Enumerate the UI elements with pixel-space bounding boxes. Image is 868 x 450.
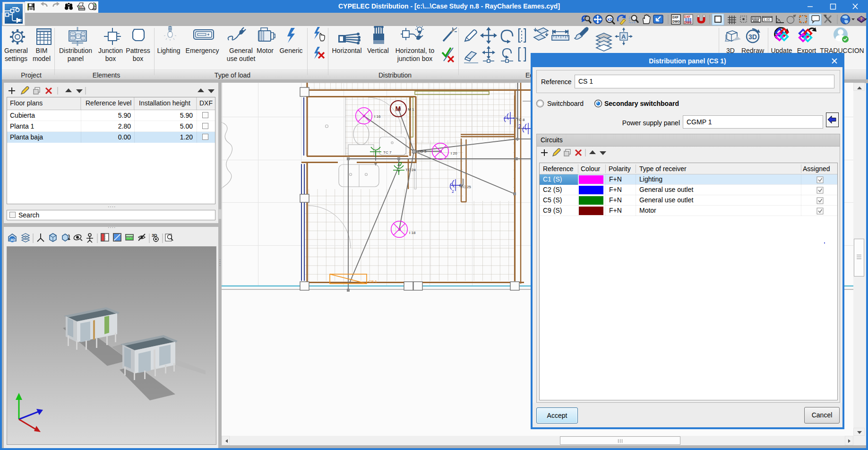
- svg-text:CS 1: CS 1: [369, 279, 377, 284]
- svg-text:3D: 3D: [748, 33, 757, 41]
- svg-text:DWG: DWG: [672, 20, 680, 23]
- svg-text:DXF: DXF: [684, 15, 690, 18]
- svg-text:TC 7: TC 7: [383, 150, 392, 155]
- svg-text:I 18: I 18: [409, 231, 416, 235]
- svg-text:x2: x2: [607, 17, 612, 22]
- svg-text:1.00: 1.00: [764, 18, 770, 21]
- svg-text:M: M: [395, 105, 401, 112]
- svg-text:TC 25: TC 25: [461, 185, 471, 189]
- svg-text:M 1: M 1: [408, 107, 414, 112]
- svg-text:2: 2: [452, 189, 454, 194]
- svg-text:A: A: [621, 33, 626, 40]
- svg-text:DWG: DWG: [684, 21, 692, 24]
- svg-text:I 16: I 16: [374, 114, 381, 119]
- svg-text:TC 24: TC 24: [405, 168, 416, 172]
- svg-text:DXF: DXF: [672, 16, 679, 19]
- svg-text:I 20: I 20: [451, 151, 457, 156]
- svg-text:?: ?: [860, 17, 863, 21]
- svg-text:CD 3: CD 3: [418, 149, 427, 154]
- svg-text:3D: 3D: [10, 238, 15, 242]
- svg-text:2: 2: [518, 124, 521, 129]
- svg-text:TC 8: TC 8: [516, 118, 525, 122]
